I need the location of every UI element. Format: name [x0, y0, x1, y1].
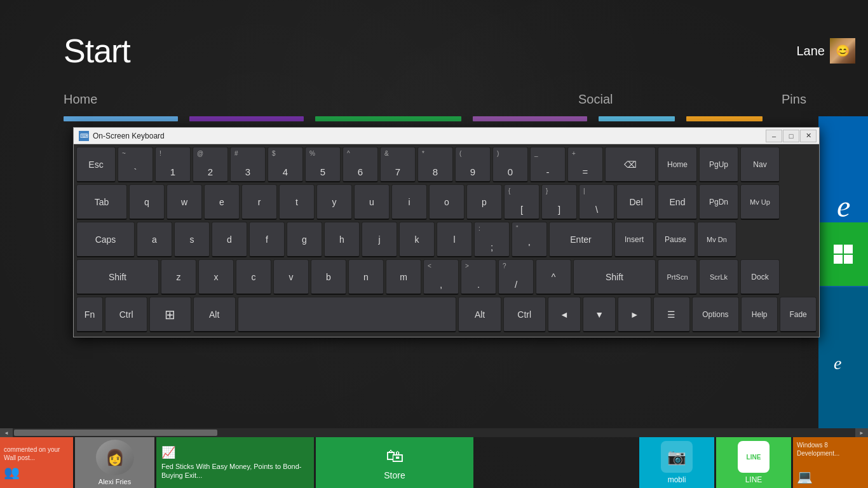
key-mvup[interactable]: Mv Up — [740, 184, 780, 220]
key-0[interactable]: ) 0 — [492, 147, 528, 182]
ie-tile-top[interactable]: e — [818, 116, 868, 224]
key-space[interactable] — [238, 297, 457, 332]
scrollbar[interactable]: ◄ ► — [0, 428, 868, 437]
key-fade[interactable]: Fade — [780, 297, 817, 332]
key-menu[interactable]: ☰ — [653, 297, 690, 332]
key-h[interactable]: h — [324, 222, 360, 257]
key-backtick[interactable]: ~ ` — [118, 147, 153, 182]
key-e[interactable]: e — [204, 184, 240, 220]
key-y[interactable]: y — [316, 184, 352, 220]
avatar[interactable]: 😊 — [830, 38, 855, 64]
tile-store[interactable]: 🛍 Store — [316, 437, 473, 488]
key-pgdn[interactable]: PgDn — [699, 184, 738, 220]
key-equals[interactable]: + = — [567, 147, 603, 182]
key-win[interactable]: ⊞ — [149, 297, 191, 332]
tile-alexi[interactable]: 👩 Alexi Fries — [75, 437, 154, 488]
key-3[interactable]: # 3 — [230, 147, 266, 182]
key-ctrl-left[interactable]: Ctrl — [105, 297, 147, 332]
scroll-right-button[interactable]: ► — [855, 428, 868, 437]
key-quote[interactable]: " ' — [512, 222, 547, 257]
key-tab[interactable]: Tab — [76, 184, 127, 220]
tile-facebook[interactable]: commented on your Wall post... 👥 — [0, 437, 73, 488]
key-r[interactable]: r — [241, 184, 277, 220]
key-5[interactable]: % 5 — [305, 147, 341, 182]
key-shift-left[interactable]: Shift — [76, 259, 159, 295]
key-home[interactable]: Home — [658, 147, 697, 182]
key-alt-left[interactable]: Alt — [193, 297, 236, 332]
key-a[interactable]: a — [137, 222, 172, 257]
key-1[interactable]: ! 1 — [155, 147, 191, 182]
key-4[interactable]: $ 4 — [268, 147, 303, 182]
right-green-tile[interactable] — [818, 222, 868, 286]
key-ctrl-right[interactable]: Ctrl — [503, 297, 546, 332]
key-7[interactable]: & 7 — [380, 147, 416, 182]
key-q[interactable]: q — [129, 184, 165, 220]
key-insert[interactable]: Insert — [614, 222, 654, 257]
key-end[interactable]: End — [658, 184, 697, 220]
key-o[interactable]: o — [429, 184, 465, 220]
key-v[interactable]: v — [273, 259, 309, 295]
key-2[interactable]: @ 2 — [193, 147, 228, 182]
key-f[interactable]: f — [249, 222, 285, 257]
tile-mobli[interactable]: 📷 mobli — [639, 437, 714, 488]
scroll-left-button[interactable]: ◄ — [0, 428, 13, 437]
key-9[interactable]: ( 9 — [455, 147, 491, 182]
key-prtscn[interactable]: PrtScn — [658, 259, 697, 295]
osk-close-button[interactable]: ✕ — [800, 130, 817, 142]
key-k[interactable]: k — [399, 222, 435, 257]
key-mvdn[interactable]: Mv Dn — [697, 222, 736, 257]
key-l[interactable]: l — [437, 222, 472, 257]
key-esc[interactable]: Esc — [76, 147, 116, 182]
key-n[interactable]: n — [348, 259, 384, 295]
key-scrlk[interactable]: ScrLk — [699, 259, 738, 295]
key-nav[interactable]: Nav — [740, 147, 780, 182]
tile-win8dev[interactable]: Windows 8 Development... 💻 — [793, 437, 868, 488]
key-shift-right[interactable]: Shift — [573, 259, 656, 295]
key-j[interactable]: j — [362, 222, 397, 257]
key-help[interactable]: Help — [741, 297, 778, 332]
key-semicolon[interactable]: : ; — [474, 222, 510, 257]
key-slash[interactable]: ? / — [498, 259, 534, 295]
key-b[interactable]: b — [311, 259, 346, 295]
key-p[interactable]: p — [466, 184, 502, 220]
key-period[interactable]: > . — [461, 259, 496, 295]
key-right-arrow[interactable]: ► — [618, 297, 651, 332]
key-alt-right[interactable]: Alt — [458, 297, 501, 332]
key-m[interactable]: m — [386, 259, 421, 295]
tile-news[interactable]: 📈 Fed Sticks With Easy Money, Points to … — [156, 437, 314, 488]
key-pause[interactable]: Pause — [656, 222, 695, 257]
key-u[interactable]: u — [354, 184, 390, 220]
key-z[interactable]: z — [161, 259, 196, 295]
key-s[interactable]: s — [174, 222, 210, 257]
key-6[interactable]: ^ 6 — [342, 147, 378, 182]
key-i[interactable]: i — [391, 184, 427, 220]
key-g[interactable]: g — [287, 222, 322, 257]
key-up-arrow[interactable]: ^ — [536, 259, 571, 295]
key-dock[interactable]: Dock — [740, 259, 780, 295]
key-d[interactable]: d — [212, 222, 247, 257]
key-backspace[interactable]: ⌫ — [605, 147, 656, 182]
key-enter[interactable]: Enter — [549, 222, 613, 257]
key-t[interactable]: t — [279, 184, 315, 220]
osk-maximize-button[interactable]: □ — [783, 130, 799, 142]
key-options[interactable]: Options — [692, 297, 740, 332]
key-w[interactable]: w — [166, 184, 202, 220]
right-blue-tile[interactable]: e — [818, 287, 868, 437]
key-comma[interactable]: < , — [423, 259, 459, 295]
key-left-arrow[interactable]: ◄ — [548, 297, 581, 332]
key-lbracket[interactable]: { [ — [504, 184, 539, 220]
osk-minimize-button[interactable]: – — [766, 130, 782, 142]
key-del[interactable]: Del — [616, 184, 656, 220]
key-caps[interactable]: Caps — [76, 222, 135, 257]
key-minus[interactable]: _ - — [530, 147, 566, 182]
key-pgup[interactable]: PgUp — [699, 147, 738, 182]
key-8[interactable]: * 8 — [417, 147, 453, 182]
key-fn[interactable]: Fn — [76, 297, 103, 332]
key-c[interactable]: c — [236, 259, 271, 295]
key-down-arrow[interactable]: ▼ — [583, 297, 616, 332]
key-backslash[interactable]: | \ — [579, 184, 614, 220]
key-rbracket[interactable]: } ] — [541, 184, 577, 220]
scroll-thumb[interactable] — [14, 430, 217, 436]
tile-line[interactable]: LINE LINE — [716, 437, 791, 488]
key-x[interactable]: x — [198, 259, 234, 295]
